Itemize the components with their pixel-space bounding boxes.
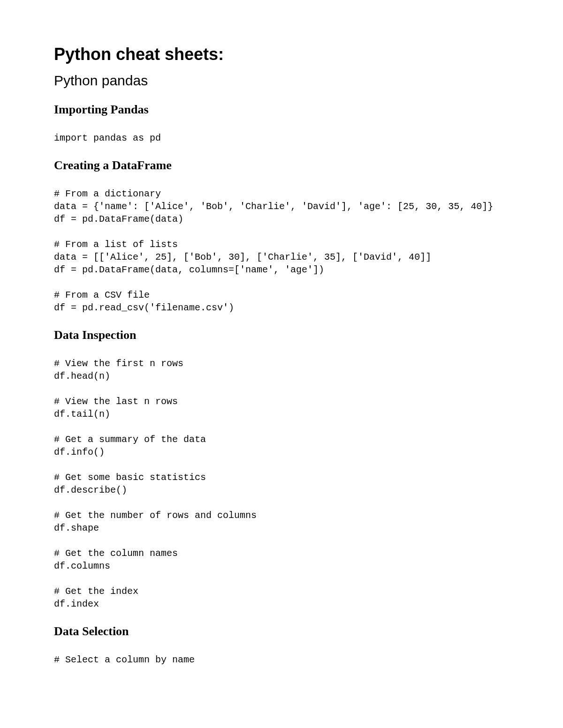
section-heading: Creating a DataFrame [54, 158, 509, 173]
code-block: # View the first n rows df.head(n) # Vie… [54, 357, 509, 610]
section-heading: Data Selection [54, 624, 509, 638]
subtitle: Python pandas [54, 73, 509, 89]
page-title: Python cheat sheets: [54, 45, 509, 64]
code-block: # From a dictionary data = {'name': ['Al… [54, 188, 509, 314]
section-selection: Data Selection # Select a column by name [54, 624, 509, 666]
section-inspection: Data Inspection # View the first n rows … [54, 328, 509, 610]
section-importing: Importing Pandas import pandas as pd [54, 103, 509, 144]
section-heading: Data Inspection [54, 328, 509, 342]
section-heading: Importing Pandas [54, 103, 509, 117]
code-block: import pandas as pd [54, 132, 509, 144]
code-block: # Select a column by name [54, 653, 509, 666]
section-creating: Creating a DataFrame # From a dictionary… [54, 158, 509, 314]
